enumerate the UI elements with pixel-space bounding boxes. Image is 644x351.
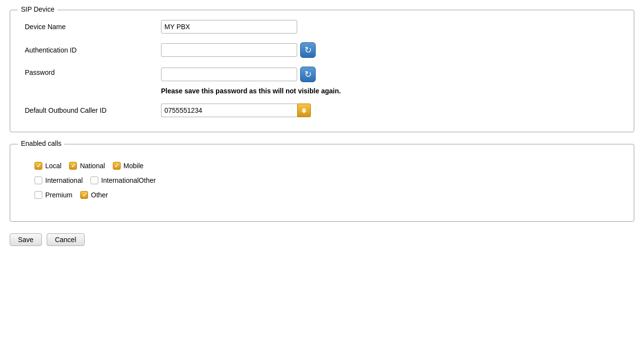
auth-id-label: Authentication ID [25,46,161,54]
caller-id-row: Default Outbound Caller ID [25,104,619,117]
caller-id-input[interactable] [161,104,297,117]
checkbox-other[interactable] [80,191,88,199]
checkbox-international[interactable] [35,176,42,184]
checkbox-local[interactable] [35,162,42,170]
checkboxes-container: Local National Mobile International Inte… [25,154,619,207]
sip-device-section: SIP Device Device Name Authentication ID… [10,10,634,132]
checkbox-local-item: Local [35,162,61,170]
checkbox-mobile[interactable] [113,162,121,170]
checkbox-international-label[interactable]: International [45,176,83,184]
checkbox-international-item: International [35,176,83,184]
checkbox-row-2: International InternationalOther [35,176,609,184]
spinner-down-icon [302,111,306,113]
password-row: Password ↻ Please save this password as … [25,67,619,95]
caller-id-spinner[interactable] [297,104,311,117]
checkbox-national-label[interactable]: National [80,162,105,170]
checkbox-internationalother-label[interactable]: InternationalOther [101,176,156,184]
password-control: ↻ Please save this password as this will… [161,67,341,95]
device-name-input[interactable] [161,20,297,34]
refresh-password-icon: ↻ [304,70,312,79]
checkbox-mobile-label[interactable]: Mobile [124,162,143,170]
checkbox-row-1: Local National Mobile [35,162,609,170]
caller-id-label: Default Outbound Caller ID [25,106,161,114]
password-input[interactable] [161,68,297,81]
checkbox-premium-label[interactable]: Premium [45,191,72,199]
enabled-calls-section: Enabled calls Local National Mobile Inte… [10,144,634,222]
device-name-label: Device Name [25,23,161,31]
sip-device-legend: SIP Device [18,5,57,13]
checkbox-other-item: Other [80,191,108,199]
device-name-control [161,20,297,34]
checkbox-local-label[interactable]: Local [45,162,61,170]
checkbox-mobile-item: Mobile [113,162,143,170]
checkbox-internationalother[interactable] [90,176,98,184]
auth-id-row: Authentication ID ↻ [25,42,619,58]
device-name-row: Device Name [25,20,619,34]
password-label: Password [25,67,161,76]
refresh-auth-icon: ↻ [304,46,312,54]
cancel-button[interactable]: Cancel [47,233,85,246]
password-input-row: ↻ [161,67,316,82]
checkbox-premium[interactable] [35,191,42,199]
auth-id-input[interactable] [161,43,297,57]
checkbox-row-3: Premium Other [35,191,609,199]
checkbox-premium-item: Premium [35,191,72,199]
save-button[interactable]: Save [10,233,42,246]
refresh-password-button[interactable]: ↻ [300,67,316,82]
spinner-up-icon [302,108,306,110]
checkbox-national-item: National [69,162,105,170]
refresh-auth-button[interactable]: ↻ [300,42,316,58]
checkbox-national[interactable] [69,162,77,170]
checkbox-internationalother-item: InternationalOther [90,176,156,184]
auth-id-control: ↻ [161,42,316,58]
password-warning: Please save this password as this will n… [161,87,341,95]
checkbox-other-label[interactable]: Other [91,191,108,199]
caller-id-control [161,104,311,117]
enabled-calls-legend: Enabled calls [18,140,64,147]
action-buttons: Save Cancel [10,233,634,246]
